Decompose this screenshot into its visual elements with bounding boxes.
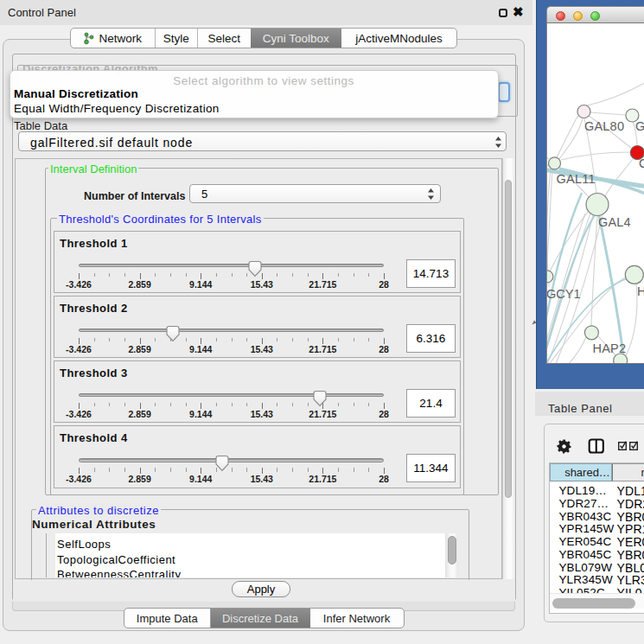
svg-text:H: H bbox=[637, 284, 644, 298]
svg-text:GAL4: GAL4 bbox=[598, 215, 631, 229]
svg-text:G.: G. bbox=[635, 119, 644, 133]
svg-text:C: C bbox=[639, 156, 644, 170]
svg-text:GCY1: GCY1 bbox=[547, 287, 581, 301]
svg-text:HAP2: HAP2 bbox=[593, 341, 627, 355]
svg-text:GAL11: GAL11 bbox=[557, 172, 596, 186]
svg-text:GAL80: GAL80 bbox=[584, 119, 624, 133]
